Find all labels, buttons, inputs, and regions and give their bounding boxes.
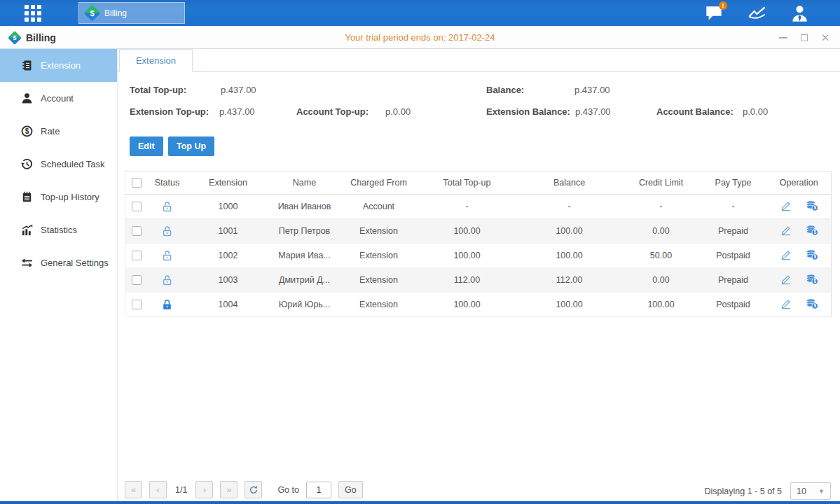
table-row[interactable]: 1000 Иван Иванов Account - - - - bbox=[125, 195, 832, 219]
taskbar-tab-label: Billing bbox=[104, 8, 127, 18]
cell-credit-limit: 0.00 bbox=[623, 219, 700, 244]
row-checkbox[interactable] bbox=[132, 300, 142, 309]
cell-name: Петр Петров bbox=[270, 219, 340, 244]
sidebar-item-extension[interactable]: Extension bbox=[0, 49, 117, 82]
billing-app-icon: $ bbox=[83, 4, 100, 21]
row-checkbox[interactable] bbox=[132, 226, 142, 236]
sidebar-item-label: Scheduled Task bbox=[41, 159, 105, 169]
cell-charged-from: Extension bbox=[340, 268, 418, 293]
svg-text:$: $ bbox=[813, 254, 816, 260]
svg-text:$: $ bbox=[813, 279, 816, 284]
tab-extension[interactable]: Extension bbox=[119, 49, 193, 72]
minimize-button[interactable] bbox=[778, 33, 788, 43]
cell-balance: 100.00 bbox=[516, 293, 623, 317]
edit-icon[interactable] bbox=[780, 200, 792, 211]
cell-checkbox bbox=[125, 244, 148, 268]
prev-page-button[interactable]: ‹ bbox=[149, 481, 167, 498]
cell-name: Юрий Юрь... bbox=[270, 293, 340, 317]
column-operation: Operation bbox=[767, 172, 832, 195]
refresh-icon[interactable] bbox=[245, 481, 262, 498]
row-checkbox[interactable] bbox=[132, 202, 142, 211]
topup-icon[interactable]: $ bbox=[806, 249, 818, 260]
window-header: $ Billing Your trial period ends on: 201… bbox=[0, 26, 840, 49]
edit-icon[interactable] bbox=[780, 298, 792, 309]
cell-extension: 1003 bbox=[187, 268, 270, 293]
cell-name: Иван Иванов bbox=[270, 195, 340, 219]
desktop-topbar: $ Billing ! bbox=[0, 0, 840, 26]
sidebar-item-statistics[interactable]: Statistics bbox=[0, 214, 117, 246]
sidebar-item-label: Extension bbox=[41, 60, 81, 71]
table-row[interactable]: 1001 Петр Петров Extension 100.00 100.00… bbox=[125, 219, 832, 244]
topup-icon[interactable]: $ bbox=[806, 274, 818, 285]
trial-notice: Your trial period ends on: 2017-02-24 bbox=[0, 26, 840, 49]
cell-operation: $ bbox=[767, 219, 832, 244]
column-credit-limit: Credit Limit bbox=[623, 172, 700, 195]
taskbar-edge bbox=[0, 501, 840, 504]
select-all-checkbox[interactable] bbox=[132, 178, 142, 188]
topup-icon[interactable]: $ bbox=[806, 200, 818, 211]
settings-icon bbox=[21, 257, 33, 269]
resource-monitor-icon[interactable] bbox=[748, 5, 766, 22]
row-checkbox[interactable] bbox=[132, 251, 142, 260]
svg-text:$: $ bbox=[813, 230, 816, 235]
balance-value: p.437.00 bbox=[574, 85, 610, 95]
sidebar-item-top-up-history[interactable]: Top-up History bbox=[0, 181, 117, 214]
topup-icon[interactable]: $ bbox=[806, 298, 818, 309]
edit-icon[interactable] bbox=[780, 225, 792, 236]
next-page-button[interactable]: › bbox=[195, 481, 213, 498]
column-extension: Extension bbox=[187, 172, 270, 195]
column-status: Status bbox=[148, 172, 187, 195]
sidebar-item-scheduled-task[interactable]: Scheduled Task bbox=[0, 148, 117, 181]
lock-open-icon bbox=[161, 201, 173, 211]
stats-icon bbox=[21, 224, 33, 236]
maximize-button[interactable] bbox=[799, 33, 809, 43]
cell-credit-limit: 50.00 bbox=[623, 244, 700, 268]
cell-status bbox=[148, 244, 187, 268]
go-button[interactable]: Go bbox=[338, 481, 363, 498]
account-topup-value: p.0.00 bbox=[385, 106, 411, 117]
column-total-topup: Total Top-up bbox=[418, 172, 516, 195]
cell-pay-type: Postpaid bbox=[700, 293, 767, 317]
edit-icon[interactable] bbox=[780, 249, 792, 260]
last-page-button[interactable]: » bbox=[220, 481, 237, 498]
table-row[interactable]: 1004 Юрий Юрь... Extension 100.00 100.00… bbox=[125, 293, 832, 317]
table-row[interactable]: 1002 Мария Ива... Extension 100.00 100.0… bbox=[125, 244, 832, 268]
main-content: Extension Total Top-up: p.437.00 Balance… bbox=[118, 49, 840, 501]
topbar-icons: ! bbox=[705, 0, 809, 26]
user-icon bbox=[21, 92, 33, 104]
cell-operation: $ bbox=[767, 244, 832, 268]
cell-status bbox=[148, 219, 187, 244]
tab-strip: Extension bbox=[118, 49, 840, 72]
sidebar-item-general-settings[interactable]: General Settings bbox=[0, 246, 117, 279]
sidebar-item-label: Statistics bbox=[41, 225, 77, 235]
first-page-button[interactable]: « bbox=[125, 481, 142, 498]
cell-extension: 1000 bbox=[187, 195, 270, 219]
notifications-icon[interactable]: ! bbox=[705, 5, 724, 22]
cell-charged-from: Extension bbox=[340, 244, 418, 268]
sidebar-item-account[interactable]: Account bbox=[0, 82, 117, 115]
lock-closed-icon bbox=[161, 299, 173, 309]
edit-icon[interactable] bbox=[780, 274, 792, 285]
topup-icon[interactable]: $ bbox=[806, 225, 818, 236]
top-up-button[interactable]: Top Up bbox=[168, 136, 214, 156]
goto-page-input[interactable] bbox=[306, 482, 331, 498]
column-pay-type: Pay Type bbox=[700, 172, 767, 195]
table-row[interactable]: 1003 Дмитрий Д... Extension 112.00 112.0… bbox=[125, 268, 832, 293]
edit-button[interactable]: Edit bbox=[130, 136, 163, 156]
lock-open-icon bbox=[161, 274, 173, 284]
close-button[interactable]: ✕ bbox=[820, 33, 830, 43]
taskbar-tab-billing[interactable]: $ Billing bbox=[78, 2, 185, 24]
page-size-select[interactable]: 10 ▼ bbox=[790, 482, 831, 500]
extension-topup-value: p.437.00 bbox=[219, 106, 255, 117]
cell-credit-limit: 100.00 bbox=[623, 293, 700, 317]
cell-total-topup: 100.00 bbox=[418, 219, 516, 244]
app-launcher-icon[interactable] bbox=[25, 5, 41, 22]
cell-charged-from: Extension bbox=[340, 219, 418, 244]
cell-checkbox bbox=[125, 195, 148, 219]
row-checkbox[interactable] bbox=[132, 275, 142, 285]
extension-balance-value: p.437.00 bbox=[575, 106, 611, 117]
cell-extension: 1004 bbox=[187, 293, 270, 317]
sidebar-item-rate[interactable]: $Rate bbox=[0, 115, 117, 148]
sidebar-item-label: Rate bbox=[41, 126, 60, 136]
user-account-icon[interactable] bbox=[790, 5, 809, 22]
